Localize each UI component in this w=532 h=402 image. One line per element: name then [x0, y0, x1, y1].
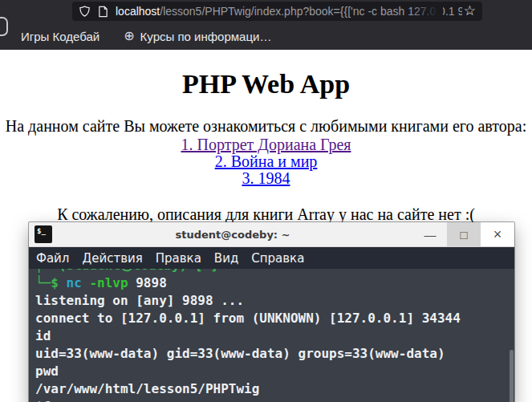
url-bar[interactable]: localhost/lesson5/PHPTwig/index.php?book… — [72, 2, 482, 21]
url-path: /lesson5/PHPTwig/index.php?book={{['nc -… — [160, 5, 461, 18]
intro-text: На данном сайте Вы можете ознакомиться с… — [2, 117, 530, 136]
terminal-text-segment: connect to [127.0.0.1] from (UNKNOWN) [1… — [35, 311, 461, 326]
terminal-line: pwd — [35, 363, 514, 380]
terminal-menu-item[interactable]: Вид — [214, 251, 238, 266]
bookmarks-bar: Игры Кодебай⊕Курсы по информаци… — [0, 22, 532, 50]
page-info-icon[interactable] — [98, 6, 108, 18]
globe-icon: ⊕ — [124, 30, 134, 43]
browser-toolbar: localhost/lesson5/PHPTwig/index.php?book… — [0, 0, 532, 22]
bookmark-star-icon[interactable]: ☆ — [464, 2, 476, 21]
terminal-line: listening on [any] 9898 ... — [35, 292, 514, 310]
terminal-text-segment: ┌──(student㉿codeby)-[~] — [35, 269, 218, 273]
maximize-button[interactable]: □ — [447, 222, 481, 246]
bookmark-item[interactable]: ⊕Курсы по информаци… — [124, 30, 271, 43]
shield-icon[interactable] — [79, 5, 91, 18]
terminal-text-segment: 9898 — [136, 275, 167, 290]
terminal-text-segment: ^C — [35, 399, 51, 402]
terminal-text-segment: -nlvp — [89, 275, 136, 290]
terminal-line: /var/www/html/lesson5/PHPTwig — [35, 380, 514, 398]
cutoff-toolbar-icon — [0, 17, 8, 36]
terminal-text-segment: uid=33(www-data) gid=33(www-data) groups… — [35, 346, 445, 361]
close-button[interactable]: × — [481, 222, 514, 246]
terminal-line: └─$ nc -nlvp 9898 — [35, 274, 514, 292]
terminal-text-segment: id — [35, 328, 51, 343]
url-host: localhost — [116, 5, 160, 18]
terminal-line: connect to [127.0.0.1] from (UNKNOWN) [1… — [35, 310, 514, 327]
terminal-scrollbar-thumb[interactable] — [510, 350, 514, 402]
terminal-line: ┌──(student㉿codeby)-[~] — [35, 269, 514, 274]
no-description-message: К сожалению, описания для книги Array у … — [0, 205, 532, 224]
terminal-text-segment: └─$ — [35, 275, 67, 290]
bookmark-item[interactable]: Игры Кодебай — [21, 30, 99, 43]
terminal-text-segment: nc — [67, 275, 90, 290]
url-text[interactable]: localhost/lesson5/PHPTwig/index.php?book… — [116, 5, 462, 18]
terminal-app-icon: $_ — [35, 225, 52, 243]
book-link[interactable]: 1. Портрет Дориана Грея — [0, 136, 532, 153]
book-links: 1. Портрет Дориана Грея2. Война и мир3. … — [0, 136, 532, 187]
terminal-text-segment: pwd — [35, 363, 59, 379]
terminal-line: ^C — [35, 398, 514, 402]
bookmark-label: Игры Кодебай — [21, 30, 99, 43]
terminal-menu-item[interactable]: Действия — [82, 251, 142, 266]
terminal-title: student@codeby: ~ — [52, 229, 413, 241]
terminal-text-segment: listening on [any] 9898 ... — [35, 293, 244, 308]
book-link[interactable]: 3. 1984 — [0, 170, 532, 187]
terminal-menu-item[interactable]: Справка — [251, 251, 304, 266]
terminal-line: id — [35, 327, 514, 345]
terminal-text-segment: /var/www/html/lesson5/PHPTwig — [35, 381, 259, 396]
terminal-menubar: ФайлДействияПравкаВидСправка — [29, 247, 514, 269]
bookmark-label: Курсы по информаци… — [140, 30, 272, 43]
terminal-line: uid=33(www-data) gid=33(www-data) groups… — [35, 345, 514, 363]
minimize-button[interactable]: — — [413, 222, 447, 246]
book-link[interactable]: 2. Война и мир — [0, 153, 532, 170]
terminal-output[interactable]: ┌──(student㉿codeby)-[~]└─$ nc -nlvp 9898… — [29, 269, 514, 402]
terminal-menu-item[interactable]: Файл — [36, 251, 69, 266]
terminal-window: $_ student@codeby: ~ — □ × ФайлДействияП… — [29, 222, 514, 402]
terminal-menu-item[interactable]: Правка — [156, 251, 201, 266]
terminal-titlebar[interactable]: $_ student@codeby: ~ — □ × — [29, 222, 514, 247]
page-title: PHP Web App — [0, 69, 532, 99]
